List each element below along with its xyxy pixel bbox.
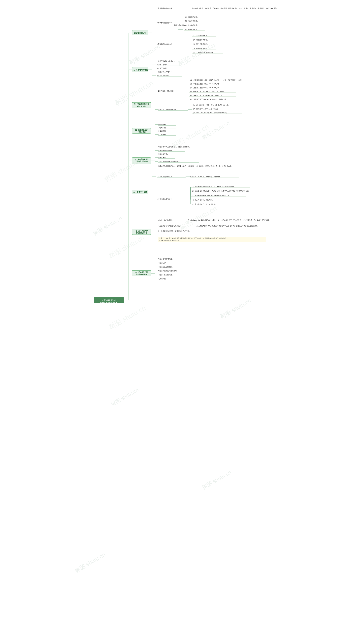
svg-text:八、用人单位内部: 八、用人单位内部 [135,271,148,273]
svg-text:2.缩短工作时间；: 2.缩短工作时间； [157,64,169,66]
svg-text:树图 shutu.cn: 树图 shutu.cn [170,122,210,150]
svg-text:又有权对制度的实施进行监督。: 又有权对制度的实施进行监督。 [159,240,181,241]
svg-text:劳动规则的内容: 劳动规则的内容 [136,274,147,275]
svg-text:1.工资支付的一般规则：: 1.工资支付的一般规则： [157,176,174,178]
svg-text:（3）劳动者依法休假，按劳动合同规定的标准支付工资。: （3）劳动者依法休假，按劳动合同规定的标准支付工资。 [191,194,231,196]
svg-text:1.条件限制。: 1.条件限制。 [158,124,167,125]
svg-text:劳动规则的特点: 劳动规则的特点 [136,232,147,234]
svg-text:制定用人单位内部劳动规则必须保证企业职工的参与，企业职工有权: 制定用人单位内部劳动规则必须保证企业职工的参与，企业职工有权参与相关制度的制定， [166,237,228,239]
svg-text:（2）日工资=月工资收入÷月计薪天数: （2）日工资=月工资收入÷月计薪天数 [192,108,218,110]
svg-text:4.就业状况。: 4.就业状况。 [158,157,167,158]
svg-text:2.企业和劳动者共同的行为规范：: 2.企业和劳动者共同的行为规范： [158,225,181,227]
svg-text:1.制定主体的特定性：: 1.制定主体的特定性： [158,219,174,221]
svg-text:（1）国家劳动标准。: （1）国家劳动标准。 [184,16,199,18]
svg-text:4.劳动岗位规范和道德规则。: 4.劳动岗位规范和道德规则。 [158,270,178,272]
svg-text:（1）基础类劳动标准。: （1）基础类劳动标准。 [192,35,209,36]
svg-text:六、工资支付保障: 六、工资支付保障 [133,191,147,193]
svg-text:（1）依法解除或终止劳动合同，用人单位一次付清劳动者工资。: （1）依法解除或终止劳动合同，用人单位一次付清劳动者工资。 [191,186,236,188]
svg-text:4.综合计算工作时间；: 4.综合计算工作时间； [157,71,172,73]
svg-text:2.日工资、小时工资的折算。: 2.日工资、小时工资的折算。 [158,109,178,110]
svg-text:5.劳动安全卫生制度。: 5.劳动安全卫生制度。 [158,274,174,276]
svg-text:劳动标准的制定与实施: 劳动标准的制定与实施 [100,302,118,304]
svg-text:注意：: 注意： [159,237,164,239]
svg-text:（3）地方劳动标准。: （3）地方劳动标准。 [184,24,199,26]
svg-text:（3）月制度工作日=250天÷12=20.83天／月: （3）月制度工作日=250天÷12=20.83天／月 [190,87,220,88]
svg-text:6.城镇居民生活费用支出、职工个人缴纳社会保险费、住房公积金: 6.城镇居民生活费用支出、职工个人缴纳社会保险费、住房公积金、职工平均工资、失业… [158,165,233,167]
svg-text:（2）管理类劳动标准。: （2）管理类劳动标准。 [192,39,209,41]
svg-text:3.报酬限制。: 3.报酬限制。 [158,130,167,132]
svg-text:1.标准工作时间（基准）；: 1.标准工作时间（基准）； [157,60,175,62]
svg-text:按对象分为就业、劳动关系、工作条件、劳动报酬、职业技能开发、: 按对象分为就业、劳动关系、工作条件、劳动报酬、职业技能开发、劳动安全卫生、社会保… [192,8,278,9]
svg-text:（2）行业劳动标准。: （2）行业劳动标准。 [184,20,199,22]
svg-text:二、工作时间的种类: 二、工作时间的种类 [132,69,148,71]
svg-text:3.劳动标准的功能结构：: 3.劳动标准的功能结构： [157,43,174,45]
mindmap-svg: 人力资源专业知识 劳动标准的制定与实施 劳动标准的结构 1.劳动标准的纵向结构：… [92,3,269,614]
svg-text:2.特殊情况的工资支付：: 2.特殊情况的工资支付： [157,198,174,200]
svg-text:树图 shutu.cn: 树图 shutu.cn [103,157,141,183]
svg-text:（1）月计薪天数=（365－104）÷12=21.75（天／: （1）月计薪天数=（365－104）÷12=21.75（天／月） [192,104,230,106]
svg-text:树图 shutu.cn: 树图 shutu.cn [176,41,216,68]
svg-text:2.时间限制。: 2.时间限制。 [158,127,167,128]
svg-text:（4）年制度工作工时=250×8=2000（工时／人年）: （4）年制度工作工时=250×8=2000（工时／人年） [190,91,224,92]
svg-rect-113 [132,229,151,235]
svg-text:6.其他制度。: 6.其他制度。 [158,278,167,280]
svg-text:用人单位内部劳动规则是规范劳动过程中的企业与劳动者之间以及劳: 用人单位内部劳动规则是规范劳动过程中的企业与劳动者之间以及劳动者相互之间的关系。 [196,225,259,227]
svg-text:（2）季制度工作日=250天÷4季=62.5天／季: （2）季制度工作日=250天÷4季=62.5天／季 [190,83,220,85]
svg-text:3.劳动定员定额规则。: 3.劳动定员定额规则。 [158,266,174,268]
svg-text:2.劳动纪律。: 2.劳动纪律。 [158,262,167,264]
svg-text:3.计件工作时间；: 3.计件工作时间； [157,68,169,69]
svg-text:银行支付、直接支付、按时支付、全额支付。: 银行支付、直接支付、按时支付、全额支付。 [190,176,222,178]
svg-text:（6）月制度工作工时=2000／12=166.67（工时／人: （6）月制度工作工时=2000／12=166.67（工时／人月） [190,98,228,100]
svg-text:劳动标准的结构: 劳动标准的结构 [134,32,146,34]
svg-text:2.劳动标准的纵向结构：: 2.劳动标准的纵向结构： [157,22,174,24]
svg-text:七、用人单位内部: 七、用人单位内部 [135,230,148,232]
svg-text:3.劳动生产率。: 3.劳动生产率。 [158,153,169,155]
page-wrapper: 树图 shutu.cn 树图 shutu.cn 树图 shutu.cn 树图 s… [91,0,273,617]
svg-text:四、限制延长工作: 四、限制延长工作 [135,129,148,131]
svg-text:（4）企业劳动标准。: （4）企业劳动标准。 [184,28,199,30]
svg-text:（1）年制度工作日=365天－104天（休息日）－11天（法: （1）年制度工作日=365天－104天（休息日）－11天（法定节假日）=250天 [190,79,242,81]
svg-text:时间的措施: 时间的措施 [138,131,146,133]
svg-text:5.地区之间经济发展水平的差异。: 5.地区之间经济发展水平的差异。 [158,160,181,162]
svg-text:5.不定时工作时间。: 5.不定时工作时间。 [157,74,170,76]
svg-text:（5）用人单位破产、停止或解散期。: （5）用人单位破产、停止或解散期。 [191,203,217,205]
svg-text:三、类标准工作时间: 三、类标准工作时间 [134,103,149,105]
svg-text:1.制度工作时间的计算。: 1.制度工作时间的计算。 [158,90,175,92]
svg-text:（4）用人单位停工、停业期间。: （4）用人单位停工、停业期间。 [191,199,214,201]
svg-text:3.企业经营权与职工民主管理权相结合的产物。: 3.企业经营权与职工民主管理权相结合的产物。 [158,230,191,232]
svg-text:（3）小时工资=月工资收入÷（月计薪天数×8小时）: （3）小时工资=月工资收入÷（月计薪天数×8小时） [192,112,228,114]
svg-text:1.劳动合同管理制度。: 1.劳动合同管理制度。 [158,258,174,260]
svg-text:（2）依法参加社会活动或作为代表参加集体协商活动，视同其提供: （2）依法参加社会活动或作为代表参加集体协商活动，视同其提供正常劳动支付工资。 [191,190,251,192]
svg-text:的计算方法: 的计算方法 [137,106,146,107]
svg-text:1.劳动标准的纵向结构：: 1.劳动标准的纵向结构： [157,8,174,9]
svg-text:4.人员限制。: 4.人员限制。 [158,134,167,136]
svg-text:2.社会平均工资水平。: 2.社会平均工资水平。 [158,150,174,151]
svg-text:树图 shutu.cn: 树图 shutu.cn [107,304,147,331]
svg-text:树图 shutu.cn: 树图 shutu.cn [108,234,146,260]
svg-text:树图 shutu.cn: 树图 shutu.cn [178,204,218,232]
svg-text:人力资源专业知识: 人力资源专业知识 [102,299,116,301]
svg-text:（5）季制度工作工时=62.5×8=500（工时／人季）: （5）季制度工作工时=62.5×8=500（工时／人季） [190,94,224,96]
